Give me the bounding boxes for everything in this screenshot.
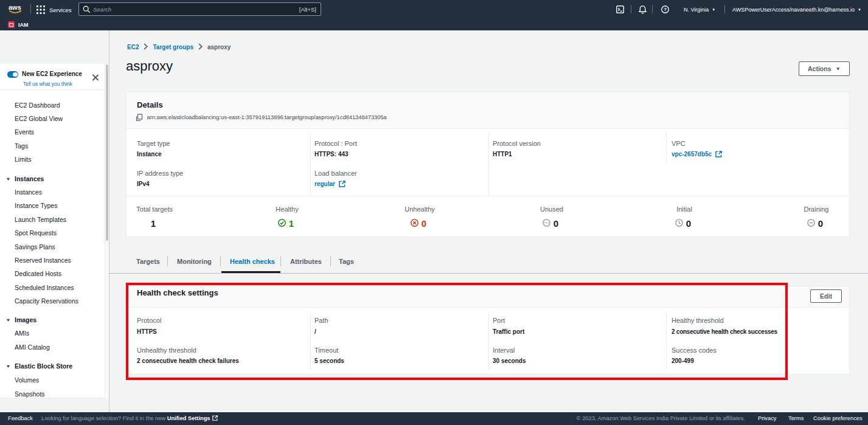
svg-text:aws: aws [9, 4, 21, 11]
svg-text:?: ? [664, 7, 667, 12]
